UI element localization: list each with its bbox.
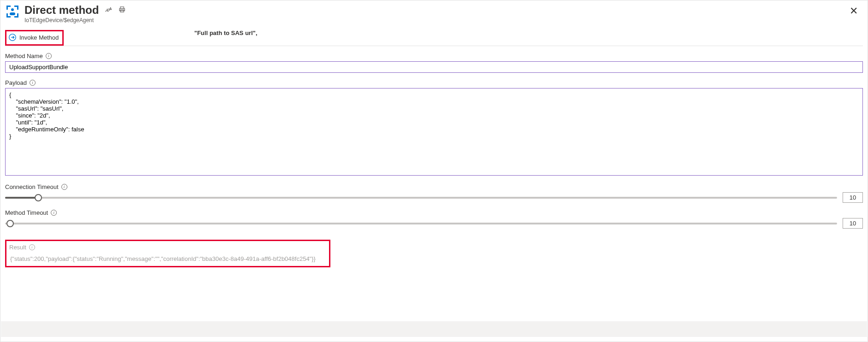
- header: Direct method: [5, 4, 863, 24]
- result-background: [1, 321, 867, 337]
- page-title: Direct method: [24, 4, 99, 16]
- method-name-label: Method Name: [5, 53, 43, 59]
- info-icon[interactable]: i: [51, 210, 57, 216]
- info-icon[interactable]: i: [46, 53, 52, 59]
- method-name-section: Method Name i: [5, 53, 863, 73]
- svg-rect-5: [6, 13, 8, 18]
- result-value: {"status":200,"payload":{"status":"Runni…: [9, 252, 326, 266]
- method-timeout-label: Method Timeout: [5, 209, 48, 216]
- method-timeout-value[interactable]: 10: [843, 218, 863, 229]
- service-logo-icon: [5, 4, 20, 19]
- invoke-method-button[interactable]: Invoke Method: [5, 30, 64, 46]
- payload-input[interactable]: [5, 88, 863, 176]
- connection-timeout-label: Connection Timeout: [5, 183, 59, 190]
- info-icon[interactable]: i: [61, 184, 67, 190]
- svg-rect-3: [17, 6, 18, 10]
- svg-point-8: [11, 8, 14, 11]
- connection-timeout-value[interactable]: 10: [843, 192, 863, 203]
- invoke-method-label: Invoke Method: [19, 34, 59, 41]
- title-block: Direct method: [24, 4, 126, 24]
- invoke-arrow-icon: [8, 33, 17, 41]
- method-timeout-section: Method Timeout i 10: [5, 209, 863, 229]
- connection-timeout-section: Connection Timeout i 10: [5, 183, 863, 203]
- payload-section: Payload i: [5, 79, 863, 177]
- info-icon[interactable]: i: [29, 244, 35, 250]
- svg-rect-9: [10, 12, 15, 15]
- annotation-text: "Full path to SAS url",: [194, 29, 257, 36]
- breadcrumb: IoTEdgeDevice/$edgeAgent: [24, 17, 126, 24]
- info-icon[interactable]: i: [30, 80, 36, 86]
- svg-rect-7: [17, 13, 18, 18]
- method-timeout-slider[interactable]: [5, 220, 837, 227]
- connection-timeout-slider[interactable]: [5, 195, 837, 201]
- toolbar: Invoke Method: [5, 30, 863, 46]
- svg-rect-1: [6, 6, 8, 10]
- direct-method-panel: Direct method: [0, 0, 868, 342]
- result-block: Result i {"status":200,"payload":{"statu…: [5, 240, 330, 267]
- method-name-input[interactable]: [5, 61, 863, 73]
- payload-label: Payload: [5, 79, 27, 86]
- pin-icon[interactable]: [105, 6, 112, 14]
- print-icon[interactable]: [119, 6, 126, 14]
- result-label: Result: [9, 244, 26, 251]
- close-button[interactable]: ✕: [847, 6, 860, 19]
